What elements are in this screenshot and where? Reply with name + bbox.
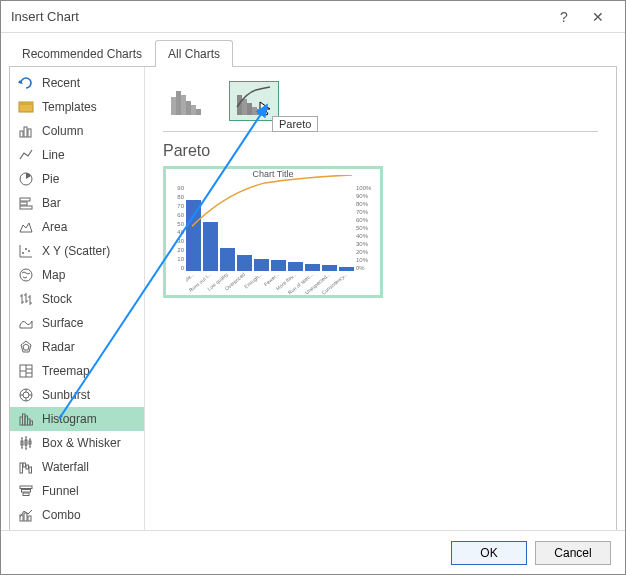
- sidebar-item-templates[interactable]: Templates: [10, 95, 144, 119]
- waterfall-icon: [18, 459, 34, 475]
- surface-icon: [18, 315, 34, 331]
- dialog-footer: OK Cancel: [1, 530, 625, 574]
- pie-icon: [18, 171, 34, 187]
- sidebar-item-column[interactable]: Column: [10, 119, 144, 143]
- subtype-pareto[interactable]: Pareto: [229, 81, 279, 121]
- sidebar-item-xy-scatter[interactable]: X Y (Scatter): [10, 239, 144, 263]
- svg-point-11: [25, 248, 27, 250]
- combo-icon: [18, 507, 34, 523]
- subtype-title: Pareto: [163, 142, 598, 160]
- sidebar-item-sunburst[interactable]: Sunburst: [10, 383, 144, 407]
- sidebar-item-recent[interactable]: Recent: [10, 71, 144, 95]
- y-axis-ticks: 9080706050403020100: [172, 185, 184, 271]
- pareto-line-icon: [186, 175, 354, 254]
- svg-rect-41: [191, 105, 196, 115]
- sidebar-item-label: Bar: [42, 196, 61, 210]
- scatter-icon: [18, 243, 34, 259]
- svg-rect-44: [242, 99, 247, 115]
- tab-recommended-charts[interactable]: Recommended Charts: [9, 40, 155, 67]
- svg-rect-23: [30, 421, 33, 425]
- svg-marker-9: [20, 223, 32, 232]
- sidebar-item-label: Stock: [42, 292, 72, 306]
- svg-rect-37: [171, 97, 176, 115]
- sidebar-item-surface[interactable]: Surface: [10, 311, 144, 335]
- svg-rect-28: [23, 463, 26, 467]
- sidebar-item-radar[interactable]: Radar: [10, 335, 144, 359]
- line-icon: [18, 147, 34, 163]
- sidebar-item-stock[interactable]: Stock: [10, 287, 144, 311]
- sidebar-item-label: X Y (Scatter): [42, 244, 110, 258]
- sidebar-item-map[interactable]: Map: [10, 263, 144, 287]
- chart-type-sidebar: Recent Templates Column Line: [10, 67, 145, 531]
- x-axis-labels: Doesn't taste...Runs out t...Low quality…: [186, 271, 356, 295]
- sidebar-item-label: Area: [42, 220, 67, 234]
- sidebar-item-label: Histogram: [42, 412, 97, 426]
- bar-icon: [18, 195, 34, 211]
- sidebar-item-label: Surface: [42, 316, 83, 330]
- column-icon: [18, 123, 34, 139]
- svg-rect-45: [247, 103, 252, 115]
- treemap-icon: [18, 363, 34, 379]
- recent-icon: [18, 75, 34, 91]
- svg-point-10: [22, 252, 24, 254]
- sidebar-item-label: Line: [42, 148, 65, 162]
- sidebar-item-waterfall[interactable]: Waterfall: [10, 455, 144, 479]
- svg-rect-2: [20, 131, 23, 137]
- svg-rect-36: [28, 516, 31, 521]
- sidebar-item-label: Sunburst: [42, 388, 90, 402]
- ok-button[interactable]: OK: [451, 541, 527, 565]
- svg-rect-8: [20, 206, 32, 209]
- tab-all-charts[interactable]: All Charts: [155, 40, 233, 67]
- sidebar-item-pie[interactable]: Pie: [10, 167, 144, 191]
- svg-rect-32: [22, 490, 31, 493]
- box-whisker-icon: [18, 435, 34, 451]
- sidebar-item-bar[interactable]: Bar: [10, 191, 144, 215]
- subtype-histogram[interactable]: [163, 81, 213, 121]
- main-pane: Pareto Pareto Chart Title 90807060504030…: [145, 67, 616, 531]
- svg-rect-38: [176, 91, 181, 115]
- sidebar-item-label: Map: [42, 268, 65, 282]
- sunburst-icon: [18, 387, 34, 403]
- sidebar-item-label: Column: [42, 124, 83, 138]
- sidebar-item-box-whisker[interactable]: Box & Whisker: [10, 431, 144, 455]
- titlebar: Insert Chart ? ✕: [1, 1, 625, 33]
- sidebar-item-line[interactable]: Line: [10, 143, 144, 167]
- svg-rect-40: [186, 101, 191, 115]
- svg-rect-35: [24, 513, 27, 521]
- y2-axis-ticks: 100%90%80%70%60%50%40%30%20%10%0%: [356, 185, 376, 271]
- svg-point-18: [23, 392, 29, 398]
- sidebar-item-funnel[interactable]: Funnel: [10, 479, 144, 503]
- help-button[interactable]: ?: [547, 5, 581, 29]
- svg-rect-42: [196, 109, 201, 115]
- sidebar-item-label: Pie: [42, 172, 59, 186]
- tab-strip: Recommended Charts All Charts: [1, 33, 625, 66]
- stock-icon: [18, 291, 34, 307]
- sidebar-item-label: Box & Whisker: [42, 436, 121, 450]
- sidebar-item-treemap[interactable]: Treemap: [10, 359, 144, 383]
- svg-rect-1: [19, 102, 33, 105]
- svg-marker-15: [23, 344, 29, 350]
- svg-rect-29: [26, 465, 29, 469]
- area-icon: [18, 219, 34, 235]
- sidebar-item-combo[interactable]: Combo: [10, 503, 144, 527]
- sidebar-item-label: Combo: [42, 508, 81, 522]
- sidebar-item-area[interactable]: Area: [10, 215, 144, 239]
- svg-rect-30: [29, 467, 32, 473]
- svg-rect-4: [28, 129, 31, 137]
- svg-point-12: [28, 250, 30, 252]
- cancel-button[interactable]: Cancel: [535, 541, 611, 565]
- map-icon: [18, 267, 34, 283]
- svg-rect-6: [20, 198, 30, 201]
- chart-preview[interactable]: Chart Title 9080706050403020100 100%90%8…: [163, 166, 383, 298]
- close-button[interactable]: ✕: [581, 5, 615, 29]
- sidebar-item-label: Treemap: [42, 364, 90, 378]
- sidebar-item-label: Waterfall: [42, 460, 89, 474]
- svg-rect-46: [252, 107, 257, 115]
- subtype-tooltip: Pareto: [272, 116, 318, 132]
- sidebar-item-label: Radar: [42, 340, 75, 354]
- sidebar-item-label: Recent: [42, 76, 80, 90]
- sidebar-item-histogram[interactable]: Histogram: [10, 407, 144, 431]
- funnel-icon: [18, 483, 34, 499]
- svg-rect-31: [20, 486, 32, 489]
- svg-text:Enough...: Enough...: [243, 271, 263, 289]
